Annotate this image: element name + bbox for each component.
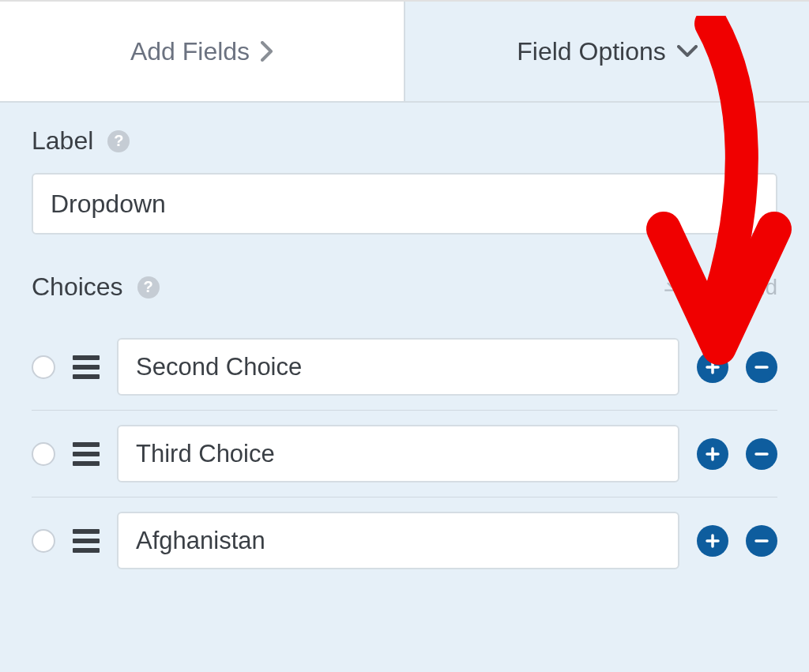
choice-input[interactable]	[117, 512, 679, 569]
tab-add-fields-label: Add Fields	[130, 37, 250, 66]
minus-icon	[754, 533, 769, 549]
choice-input[interactable]	[117, 425, 679, 482]
plus-icon	[705, 533, 721, 549]
plus-icon	[705, 446, 721, 462]
tab-field-options[interactable]: Field Options	[405, 2, 809, 101]
plus-icon	[705, 359, 721, 375]
add-choice-button[interactable]	[697, 525, 728, 557]
choices-header: Choices ? Bulk Add	[32, 272, 777, 302]
tabs-container: Add Fields Field Options	[0, 0, 809, 103]
chevron-down-icon	[677, 45, 698, 58]
label-input[interactable]	[32, 173, 777, 235]
chevron-right-icon	[261, 41, 273, 62]
minus-icon	[754, 359, 769, 375]
default-radio[interactable]	[32, 442, 55, 466]
bulk-add-label: Bulk Add	[690, 275, 777, 300]
download-icon	[661, 274, 682, 300]
help-icon[interactable]: ?	[107, 130, 130, 152]
tab-field-options-label: Field Options	[517, 37, 666, 66]
minus-icon	[754, 446, 769, 462]
remove-choice-button[interactable]	[746, 525, 777, 557]
choice-row	[32, 324, 777, 411]
tab-add-fields[interactable]: Add Fields	[0, 2, 405, 101]
help-icon[interactable]: ?	[137, 276, 160, 298]
label-header: Label ?	[32, 126, 777, 156]
drag-handle-icon[interactable]	[73, 355, 100, 379]
field-options-panel: Label ? Choices ? Bulk Add	[0, 103, 809, 584]
bulk-add-link[interactable]: Bulk Add	[661, 274, 777, 300]
choice-row	[32, 411, 777, 497]
remove-choice-button[interactable]	[746, 351, 777, 383]
add-choice-button[interactable]	[697, 351, 728, 383]
add-choice-button[interactable]	[697, 438, 728, 470]
default-radio[interactable]	[32, 355, 55, 379]
label-title: Label	[32, 126, 93, 156]
drag-handle-icon[interactable]	[73, 529, 100, 553]
choices-title: Choices	[32, 272, 123, 302]
remove-choice-button[interactable]	[746, 438, 777, 470]
drag-handle-icon[interactable]	[73, 442, 100, 466]
choices-title-wrap: Choices ?	[32, 272, 160, 302]
choice-row	[32, 497, 777, 584]
default-radio[interactable]	[32, 529, 55, 553]
choice-input[interactable]	[117, 338, 679, 396]
choices-list	[32, 324, 777, 584]
